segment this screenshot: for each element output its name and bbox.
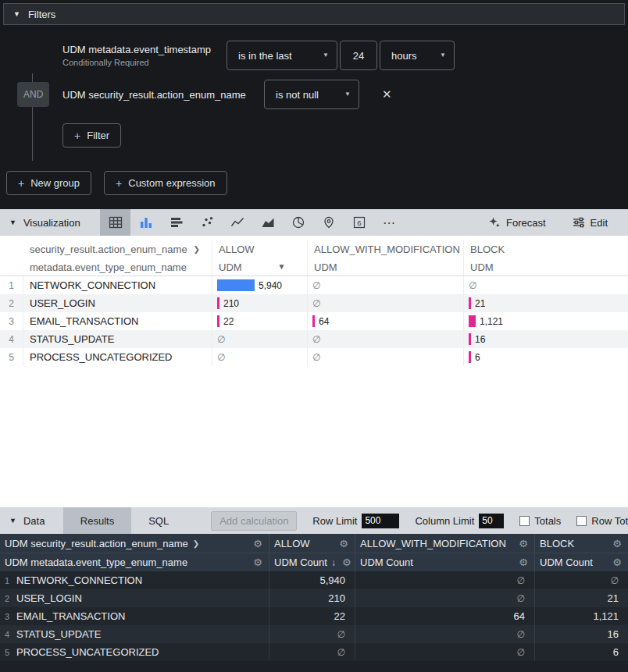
map-viz-icon[interactable] [313, 209, 344, 236]
viz-row-label[interactable]: USER_LOGIN [23, 294, 212, 312]
scatter-viz-icon[interactable] [191, 209, 222, 236]
more-viz-types-icon[interactable]: ⋯ [374, 209, 405, 236]
results-cell[interactable]: 210 [269, 589, 355, 607]
and-conjunction-badge[interactable]: AND [17, 82, 49, 107]
viz-type-picker: 6 ⋯ [100, 209, 405, 236]
viz-row-label[interactable]: PROCESS_UNCATEGORIZED [23, 348, 212, 366]
results-pivot-field-header[interactable]: UDM security_result.action_enum_name ❯ ⚙ [0, 534, 269, 553]
results-measure-header[interactable]: UDM Count ⚙ [535, 553, 628, 571]
totals-checkbox[interactable] [519, 516, 530, 526]
gear-icon[interactable]: ⚙ [253, 538, 262, 549]
results-row-label[interactable]: 5PROCESS_UNCATEGORIZED [0, 643, 269, 661]
results-column-header-allow[interactable]: ALLOW ⚙ [269, 534, 355, 553]
filters-section-header[interactable]: ▼ Filters [3, 3, 625, 25]
results-cell[interactable]: 6 [535, 643, 628, 661]
add-filter-button[interactable]: + Filter [62, 123, 121, 148]
row-limit-input[interactable] [362, 514, 399, 528]
results-cell[interactable]: 16 [535, 625, 628, 643]
viz-cell[interactable]: 6 [464, 348, 628, 366]
filter-unit-dropdown[interactable]: hours ▼ [380, 41, 455, 70]
results-cell[interactable]: 22 [269, 607, 355, 625]
results-measure-header[interactable]: UDM Count ⚙ [355, 553, 535, 571]
viz-cell[interactable]: ∅ [212, 330, 308, 348]
viz-measure-header[interactable]: UDM [464, 258, 628, 276]
custom-expression-button[interactable]: + Custom expression [104, 171, 227, 195]
visualization-collapse-toggle[interactable]: ▼ Visualization [0, 209, 100, 236]
area-chart-viz-icon[interactable] [252, 209, 283, 236]
results-cell[interactable]: ∅ [355, 625, 535, 643]
viz-cell[interactable]: 5,940 [212, 276, 308, 294]
viz-cell[interactable]: ∅ [308, 294, 464, 312]
viz-cell[interactable]: 22 [212, 312, 308, 330]
results-row-label[interactable]: 1NETWORK_CONNECTION [0, 571, 269, 589]
viz-cell[interactable]: 210 [212, 294, 308, 312]
bar-chart-viz-icon[interactable] [161, 209, 191, 236]
filter-operator-dropdown[interactable]: is not null ▼ [264, 80, 359, 109]
results-cell[interactable]: 5,940 [269, 571, 355, 589]
chevron-right-icon[interactable]: ❯ [193, 539, 199, 548]
tab-sql[interactable]: SQL [131, 507, 186, 534]
viz-column-header-block[interactable]: BLOCK [464, 240, 628, 258]
pie-chart-viz-icon[interactable] [283, 209, 313, 236]
results-cell[interactable]: ∅ [355, 643, 535, 661]
results-cell[interactable]: 1,121 [535, 607, 628, 625]
tab-results[interactable]: Results [63, 507, 131, 534]
viz-row-label[interactable]: NETWORK_CONNECTION [23, 276, 212, 294]
remove-filter-icon[interactable]: ✕ [382, 87, 392, 101]
results-measure-header-sorted[interactable]: UDM Count ↓ ⚙ [269, 553, 355, 571]
data-collapse-toggle[interactable]: ▼ Data [0, 507, 63, 534]
viz-measure-header[interactable]: UDM [308, 258, 464, 276]
viz-cell[interactable]: ∅ [308, 348, 464, 366]
line-chart-viz-icon[interactable] [222, 209, 252, 236]
single-value-viz-icon[interactable]: 6 [344, 209, 374, 236]
results-cell[interactable]: ∅ [355, 571, 535, 589]
chevron-right-icon[interactable]: ❯ [194, 245, 200, 254]
gear-icon[interactable]: ⚙ [519, 556, 528, 568]
viz-column-header-allow-with-modification[interactable]: ALLOW_WITH_MODIFICATION [308, 240, 464, 258]
viz-cell[interactable]: ∅ [308, 330, 464, 348]
gear-icon[interactable]: ⚙ [339, 538, 348, 549]
viz-cell[interactable]: ∅ [464, 276, 628, 294]
gear-icon[interactable]: ⚙ [612, 556, 622, 568]
results-cell[interactable]: ∅ [535, 571, 628, 589]
results-column-header-block[interactable]: BLOCK ⚙ [535, 534, 628, 553]
viz-row-field-header[interactable]: metadata.event_type_enum_name [0, 258, 212, 276]
results-cell[interactable]: 21 [535, 589, 628, 607]
table-viz-icon[interactable] [100, 209, 130, 236]
column-limit-input[interactable] [479, 514, 504, 528]
filter-value-input[interactable]: 24 [340, 41, 377, 70]
viz-pivot-field-header[interactable]: security_result.action_enum_name ❯ [0, 240, 212, 258]
results-row-label[interactable]: 3EMAIL_TRANSACTION [0, 607, 269, 625]
results-cell[interactable]: ∅ [355, 589, 535, 607]
new-group-button[interactable]: + New group [6, 171, 91, 195]
viz-cell[interactable]: 64 [308, 312, 464, 330]
results-cell[interactable]: 64 [355, 607, 535, 625]
filter-operator-dropdown[interactable]: is in the last ▼ [227, 41, 337, 70]
results-row-label[interactable]: 2USER_LOGIN [0, 589, 269, 607]
row-totals-checkbox[interactable] [576, 516, 587, 526]
forecast-button[interactable]: Forecast [488, 209, 546, 236]
gear-icon[interactable]: ⚙ [519, 538, 528, 549]
viz-row-label[interactable]: EMAIL_TRANSACTION [23, 312, 212, 330]
viz-row-label[interactable]: STATUS_UPDATE [23, 330, 212, 348]
column-chart-viz-icon[interactable] [130, 209, 161, 236]
viz-measure-header[interactable]: UDM ▼ [212, 258, 308, 276]
viz-table-row: 3EMAIL_TRANSACTION22641,121 [0, 312, 628, 330]
viz-cell[interactable]: ∅ [308, 276, 464, 294]
viz-cell[interactable]: ∅ [212, 348, 308, 366]
chevron-down-icon[interactable]: ▼ [278, 263, 286, 271]
edit-button[interactable]: Edit [573, 209, 608, 236]
viz-cell[interactable]: 1,121 [464, 312, 628, 330]
viz-column-header-allow[interactable]: ALLOW [212, 240, 308, 258]
viz-cell[interactable]: 21 [464, 294, 628, 312]
results-row-field-header[interactable]: UDM metadata.event_type_enum_name ⚙ [0, 553, 269, 571]
gear-icon[interactable]: ⚙ [612, 538, 622, 549]
results-cell[interactable]: ∅ [269, 625, 355, 643]
viz-cell[interactable]: 16 [464, 330, 628, 348]
results-cell[interactable]: ∅ [269, 643, 355, 661]
gear-icon[interactable]: ⚙ [253, 556, 262, 568]
results-column-header-allow-with-modification[interactable]: ALLOW_WITH_MODIFICATION ⚙ [355, 534, 535, 553]
gear-icon[interactable]: ⚙ [342, 556, 351, 568]
results-row-label[interactable]: 4STATUS_UPDATE [0, 625, 269, 643]
add-calculation-button[interactable]: Add calculation [211, 511, 297, 531]
